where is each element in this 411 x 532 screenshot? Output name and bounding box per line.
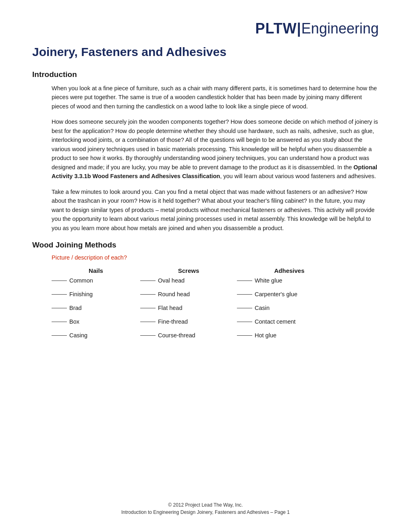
- adhesive-label-1: White glue: [255, 277, 282, 284]
- table-row: Casing Course-thread Hot glue: [52, 332, 379, 339]
- screw-blank-3: [140, 308, 156, 308]
- footer-line-1: © 2012 Project Lead The Way, Inc.: [0, 501, 411, 509]
- nail-cell-1: Common: [52, 277, 140, 284]
- logo-pipe: |: [297, 20, 301, 37]
- table-row: Common Oval head White glue: [52, 277, 379, 284]
- screw-cell-1: Oval head: [140, 277, 237, 284]
- nail-blank-1: [52, 281, 67, 281]
- screw-label-5: Course-thread: [158, 332, 195, 339]
- screw-label-1: Oval head: [158, 277, 185, 284]
- introduction-section: Introduction When you look at a fine pie…: [32, 70, 379, 233]
- col-header-nails: Nails: [52, 267, 140, 274]
- nail-cell-4: Box: [52, 318, 140, 325]
- nail-label-3: Brad: [69, 305, 82, 311]
- page: PLTW|Engineering Joinery, Fasteners and …: [0, 0, 411, 532]
- screw-blank-4: [140, 322, 156, 322]
- intro-p2-prefix: How does someone securely join the woode…: [52, 118, 378, 170]
- logo-engineering: Engineering: [301, 20, 379, 37]
- wood-joining-heading: Wood Joining Methods: [32, 241, 379, 249]
- adhesive-blank-2: [237, 294, 252, 295]
- columns-rows: Common Oval head White glue Finishing: [52, 277, 379, 339]
- nail-blank-5: [52, 335, 67, 336]
- adhesive-cell-5: Hot glue: [237, 332, 342, 339]
- nail-blank-4: [52, 322, 67, 322]
- nail-cell-2: Finishing: [52, 291, 140, 297]
- nail-label-4: Box: [69, 318, 79, 325]
- adhesive-blank-1: [237, 281, 252, 281]
- intro-paragraph-1: When you look at a fine piece of furnitu…: [52, 84, 379, 111]
- table-row: Box Fine-thread Contact cement: [52, 318, 379, 325]
- adhesive-cell-4: Contact cement: [237, 318, 342, 325]
- table-row: Brad Flat head Casin: [52, 305, 379, 311]
- picture-desc: Picture / description of each?: [52, 254, 379, 261]
- logo-pltw: PLTW: [255, 20, 297, 37]
- adhesive-label-3: Casin: [255, 305, 270, 311]
- screw-label-2: Round head: [158, 291, 190, 297]
- nail-label-5: Casing: [69, 332, 87, 339]
- screw-cell-5: Course-thread: [140, 332, 237, 339]
- nail-label-2: Finishing: [69, 291, 93, 297]
- screw-cell-3: Flat head: [140, 305, 237, 311]
- introduction-heading: Introduction: [32, 70, 379, 79]
- page-title: Joinery, Fasteners and Adhesives: [32, 45, 379, 59]
- screw-label-4: Fine-thread: [158, 318, 188, 325]
- nail-blank-3: [52, 308, 67, 308]
- intro-paragraph-2: How does someone securely join the woode…: [52, 117, 379, 181]
- screw-cell-2: Round head: [140, 291, 237, 297]
- header-logo: PLTW|Engineering: [32, 20, 379, 37]
- screw-blank-2: [140, 294, 156, 295]
- nail-label-1: Common: [69, 277, 93, 284]
- adhesive-blank-3: [237, 308, 252, 308]
- adhesive-cell-2: Carpenter's glue: [237, 291, 342, 297]
- adhesive-cell-3: Casin: [237, 305, 342, 311]
- intro-paragraph-3: Take a few minutes to look around you. C…: [52, 187, 379, 233]
- wood-joining-section: Wood Joining Methods Picture / descripti…: [32, 241, 379, 339]
- screw-blank-5: [140, 335, 156, 336]
- adhesive-blank-4: [237, 322, 252, 322]
- nail-cell-5: Casing: [52, 332, 140, 339]
- adhesive-label-4: Contact cement: [255, 318, 296, 325]
- screw-cell-4: Fine-thread: [140, 318, 237, 325]
- screw-blank-1: [140, 281, 156, 281]
- nail-blank-2: [52, 294, 67, 295]
- nail-cell-3: Brad: [52, 305, 140, 311]
- adhesive-blank-5: [237, 335, 252, 336]
- columns-header: Nails Screws Adhesives: [52, 267, 379, 274]
- footer-line-2: Introduction to Engineering Design Joine…: [0, 509, 411, 516]
- intro-p2-suffix: , you will learn about various wood fast…: [220, 173, 376, 179]
- screw-label-3: Flat head: [158, 305, 182, 311]
- col-header-adhesives: Adhesives: [237, 267, 342, 274]
- footer: © 2012 Project Lead The Way, Inc. Introd…: [0, 501, 411, 516]
- adhesive-label-5: Hot glue: [255, 332, 276, 339]
- adhesive-cell-1: White glue: [237, 277, 342, 284]
- table-row: Finishing Round head Carpenter's glue: [52, 291, 379, 297]
- adhesive-label-2: Carpenter's glue: [255, 291, 297, 297]
- col-header-screws: Screws: [140, 267, 237, 274]
